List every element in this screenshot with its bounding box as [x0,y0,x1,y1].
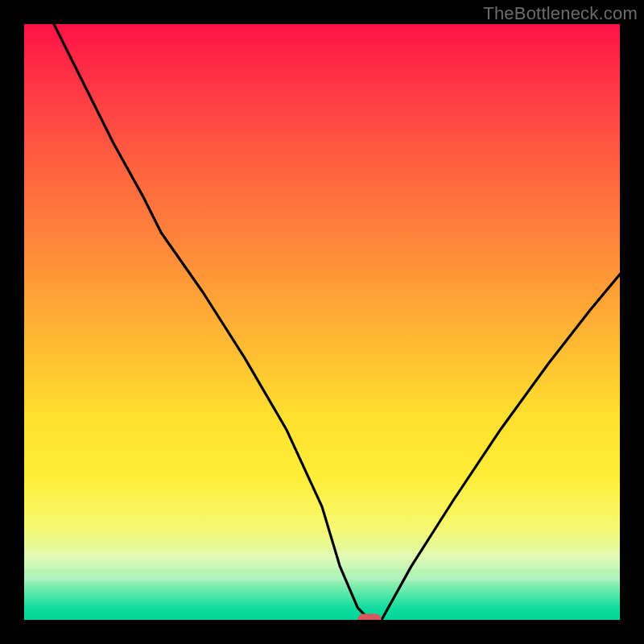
curve-svg [24,24,620,620]
watermark-text: TheBottleneck.com [483,3,638,24]
plot-area [24,24,620,620]
bottleneck-curve [54,24,620,620]
optimal-marker [357,614,382,621]
chart-frame: TheBottleneck.com [0,0,644,644]
